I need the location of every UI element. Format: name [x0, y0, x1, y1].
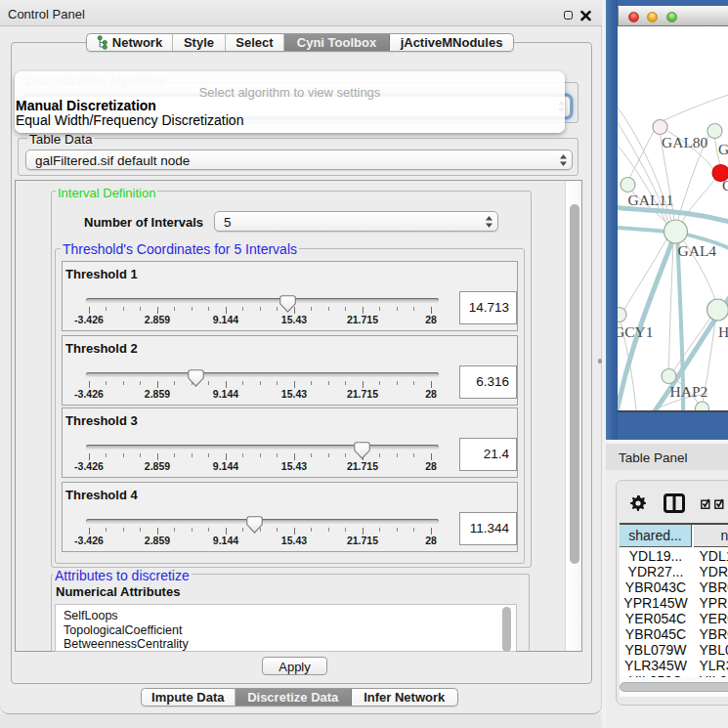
- svg-text:GAL4: GAL4: [677, 242, 716, 259]
- svg-text:GCY1: GCY1: [618, 323, 653, 340]
- svg-text:H: H: [718, 323, 728, 340]
- svg-text:HAP2: HAP2: [669, 383, 707, 400]
- svg-text:GAL80: GAL80: [662, 134, 708, 150]
- svg-text:GAL11: GAL11: [627, 192, 673, 208]
- svg-text:GA: GA: [718, 141, 728, 157]
- svg-text:C: C: [722, 177, 728, 193]
